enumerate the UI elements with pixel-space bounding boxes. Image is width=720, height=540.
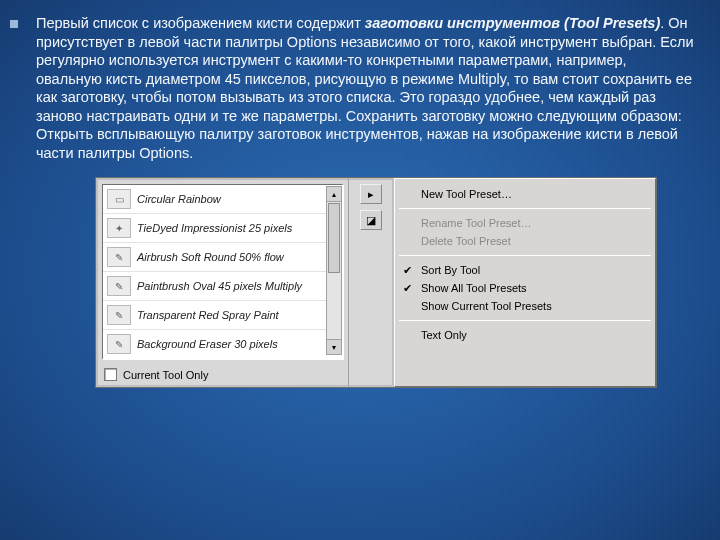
menu-delete-tool-preset: Delete Tool Preset	[395, 232, 655, 250]
menu-separator	[399, 255, 651, 256]
preset-row[interactable]: ✎ Transparent Red Spray Paint	[103, 301, 342, 330]
preset-scrollbar[interactable]: ▴ ▾	[326, 186, 342, 355]
menu-label: Show All Tool Presets	[421, 282, 527, 294]
menu-label: New Tool Preset…	[421, 188, 512, 200]
menu-label: Show Current Tool Presets	[421, 300, 552, 312]
menu-separator	[399, 208, 651, 209]
menu-text-only[interactable]: Text Only	[395, 326, 655, 344]
menu-label: Text Only	[421, 329, 467, 341]
preset-icon: ✦	[107, 218, 131, 238]
para-post: . Он присутствует в левой части палитры …	[36, 15, 694, 161]
menu-label: Sort By Tool	[421, 264, 480, 276]
list-bullet	[10, 20, 18, 28]
preset-row[interactable]: ✎ Airbrush Soft Round 50% flow	[103, 243, 342, 272]
menu-show-current-tool-presets[interactable]: Show Current Tool Presets	[395, 297, 655, 315]
body-paragraph: Первый список с изображением кисти содер…	[36, 14, 694, 162]
preset-icon: ▭	[107, 189, 131, 209]
preset-label: TieDyed Impressionist 25 pixels	[137, 222, 292, 234]
para-pre: Первый список с изображением кисти содер…	[36, 15, 365, 31]
preset-list-pane: ▭ Circular Rainbow ✦ TieDyed Impressioni…	[96, 178, 348, 387]
flyout-menu: New Tool Preset… Rename Tool Preset… Del…	[394, 178, 656, 387]
preset-row[interactable]: ▭ Circular Rainbow	[103, 185, 342, 214]
preset-icon: ✎	[107, 276, 131, 296]
preset-list[interactable]: ▭ Circular Rainbow ✦ TieDyed Impressioni…	[102, 184, 344, 360]
menu-new-tool-preset[interactable]: New Tool Preset…	[395, 185, 655, 203]
para-bold: заготовки инструментов (Tool Presets)	[365, 15, 660, 31]
menu-separator	[399, 320, 651, 321]
preset-label: Paintbrush Oval 45 pixels Multiply	[137, 280, 302, 292]
preset-icon: ✎	[107, 305, 131, 325]
preset-row[interactable]: ✎ Background Eraser 30 pixels	[103, 330, 342, 359]
menu-sort-by-tool[interactable]: ✔Sort By Tool	[395, 261, 655, 279]
preset-label: Airbrush Soft Round 50% flow	[137, 251, 284, 263]
preset-label: Circular Rainbow	[137, 193, 221, 205]
menu-label: Rename Tool Preset…	[421, 217, 531, 229]
menu-rename-tool-preset: Rename Tool Preset…	[395, 214, 655, 232]
new-icon: ◪	[366, 214, 376, 227]
scroll-thumb[interactable]	[328, 203, 340, 273]
preset-label: Background Eraser 30 pixels	[137, 338, 278, 350]
preset-row[interactable]: ✎ Paintbrush Oval 45 pixels Multiply	[103, 272, 342, 301]
preset-label: Transparent Red Spray Paint	[137, 309, 279, 321]
scroll-down-icon[interactable]: ▾	[327, 339, 341, 354]
play-icon: ▸	[368, 188, 374, 201]
preset-icon: ✎	[107, 334, 131, 354]
menu-show-all-tool-presets[interactable]: ✔Show All Tool Presets	[395, 279, 655, 297]
flyout-menu-button[interactable]: ▸	[360, 184, 382, 204]
preset-icon: ✎	[107, 247, 131, 267]
scroll-up-icon[interactable]: ▴	[327, 187, 341, 202]
current-tool-only-checkbox[interactable]	[104, 368, 117, 381]
current-tool-only-row[interactable]: Current Tool Only	[98, 364, 348, 385]
current-tool-only-label: Current Tool Only	[123, 369, 208, 381]
new-preset-button[interactable]: ◪	[360, 210, 382, 230]
panel-button-column: ▸ ◪	[348, 178, 394, 387]
tool-presets-panel: ▭ Circular Rainbow ✦ TieDyed Impressioni…	[96, 178, 656, 387]
check-icon: ✔	[403, 264, 412, 277]
menu-label: Delete Tool Preset	[421, 235, 511, 247]
check-icon: ✔	[403, 282, 412, 295]
preset-row[interactable]: ✦ TieDyed Impressionist 25 pixels	[103, 214, 342, 243]
